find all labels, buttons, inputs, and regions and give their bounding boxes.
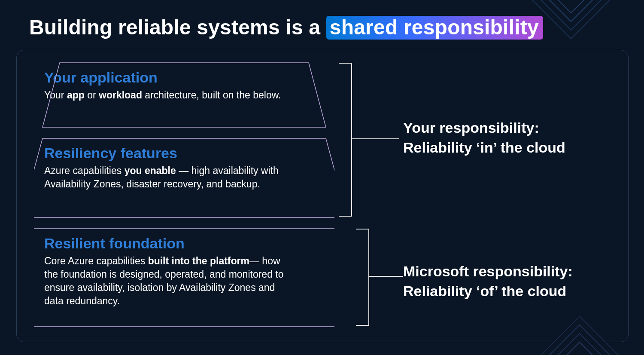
box-resilient-foundation: Resilient foundation Core Azure capabili… [34,228,334,327]
label-line: Your responsibility: [403,118,565,138]
title-prefix: Building reliable systems is a [29,16,326,39]
box-body: Your app or workload architecture, built… [44,89,285,102]
label-line: Reliability ‘in’ the cloud [403,138,565,158]
box-your-application: Your application Your app or workload ar… [34,62,334,128]
main-panel: Your application Your app or workload ar… [16,50,629,342]
label-ms-responsibility: Microsoft responsibility: Reliability ‘o… [403,262,573,301]
slide-title: Building reliable systems is a shared re… [29,15,543,39]
box-body: Azure capabilities you enable — high ava… [44,164,285,191]
box-resiliency-features: Resiliency features Azure capabilities y… [34,138,334,218]
box-heading: Resiliency features [44,145,324,162]
bracket-your-responsibility [334,62,403,218]
box-heading: Your application [44,69,324,86]
label-line: Microsoft responsibility: [403,262,573,282]
bracket-ms-responsibility [352,228,407,327]
box-heading: Resilient foundation [44,235,324,252]
label-line: Reliability ‘of’ the cloud [403,282,573,301]
label-your-responsibility: Your responsibility: Reliability ‘in’ th… [403,118,565,158]
stack-boxes: Your application Your app or workload ar… [34,62,334,337]
title-highlight: shared responsibility [326,16,543,40]
box-body: Core Azure capabilities built into the p… [44,254,285,308]
